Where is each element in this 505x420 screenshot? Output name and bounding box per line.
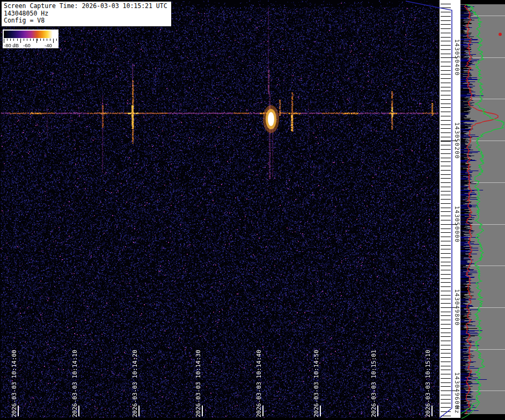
time-axis-tick: [320, 406, 321, 416]
freq-axis-label: 143050200: [454, 122, 460, 159]
capture-info-box: Screen Capture Time: 2026-03-03 10:15:21…: [1, 1, 172, 27]
colorbar-label-mid: -60: [23, 42, 31, 48]
time-axis-tick: [202, 406, 203, 416]
colorbar-label-max: -40: [45, 42, 52, 48]
spectrum-panel: [460, 0, 505, 420]
time-axis-label: 2026-03-03 10:14:00: [11, 350, 18, 417]
config-text: Config = V8: [4, 17, 169, 25]
time-axis-tick: [431, 406, 433, 416]
time-axis-label: 2026-03-03 10:14:30: [195, 350, 202, 417]
colorbar-label-min: -80 dB: [4, 42, 19, 48]
time-axis-tick: [138, 406, 140, 416]
time-axis-label: 2026-03-03 10:15:10: [425, 350, 431, 417]
time-axis-label: 2026-03-03 10:14:40: [256, 350, 262, 417]
time-axis-tick: [18, 406, 19, 416]
center-frequency-text: 143048050 Hz: [4, 10, 169, 18]
time-axis-label: 2026-03-03 10:14:50: [313, 350, 320, 417]
freq-axis-label: 143050400: [454, 39, 460, 76]
colorbar-gradient: [4, 31, 57, 38]
time-axis-tick: [78, 406, 79, 416]
freq-axis-unit: Hz: [454, 406, 460, 414]
capture-time-text: Screen Capture Time: 2026-03-03 10:15:21…: [4, 3, 169, 10]
freq-axis-label: 143049800: [454, 289, 460, 326]
intensity-colorbar: -80 dB -60 -40: [3, 30, 58, 48]
time-axis-label: 2026-03-03 10:14:20: [132, 350, 138, 417]
freq-axis-label: 143049600: [454, 372, 460, 409]
time-axis-label: 2026-03-03 10:15:01: [371, 350, 377, 417]
time-axis-tick: [377, 406, 378, 416]
screen-capture-window: 1430504001430502001430500001430498001430…: [0, 0, 505, 420]
freq-axis-label: 143050000: [454, 206, 460, 243]
time-axis-tick: [262, 406, 264, 416]
time-axis-label: 2026-03-03 10:14:10: [72, 350, 78, 417]
